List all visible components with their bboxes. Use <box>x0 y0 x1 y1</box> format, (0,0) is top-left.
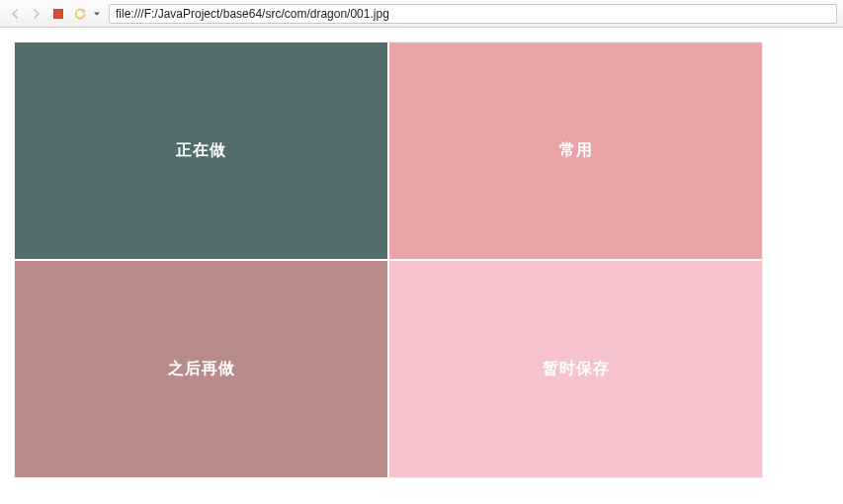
tile-label: 常用 <box>559 140 593 161</box>
stop-button[interactable] <box>49 5 67 23</box>
address-bar[interactable] <box>109 4 837 24</box>
arrow-left-icon <box>8 7 22 21</box>
tile-grid: 正在做 常用 之后再做 暂时保存 <box>14 42 763 478</box>
tile-frequent[interactable]: 常用 <box>389 42 762 259</box>
dropdown-toggle[interactable] <box>93 5 101 23</box>
browser-toolbar <box>0 0 843 28</box>
viewport: 正在做 常用 之后再做 暂时保存 <box>0 28 843 492</box>
tile-doing[interactable]: 正在做 <box>15 42 387 259</box>
refresh-button[interactable] <box>71 5 89 23</box>
forward-button[interactable] <box>28 5 45 23</box>
tile-label: 之后再做 <box>168 359 235 379</box>
svg-rect-0 <box>54 9 63 18</box>
arrow-right-icon <box>30 7 43 21</box>
stop-icon <box>52 8 64 20</box>
back-button[interactable] <box>6 5 24 23</box>
chevron-down-icon <box>93 10 101 18</box>
tile-label: 暂时保存 <box>543 359 610 379</box>
tile-temp-save[interactable]: 暂时保存 <box>389 261 762 477</box>
refresh-icon <box>73 7 87 21</box>
tile-later[interactable]: 之后再做 <box>15 261 387 477</box>
tile-label: 正在做 <box>176 140 226 161</box>
